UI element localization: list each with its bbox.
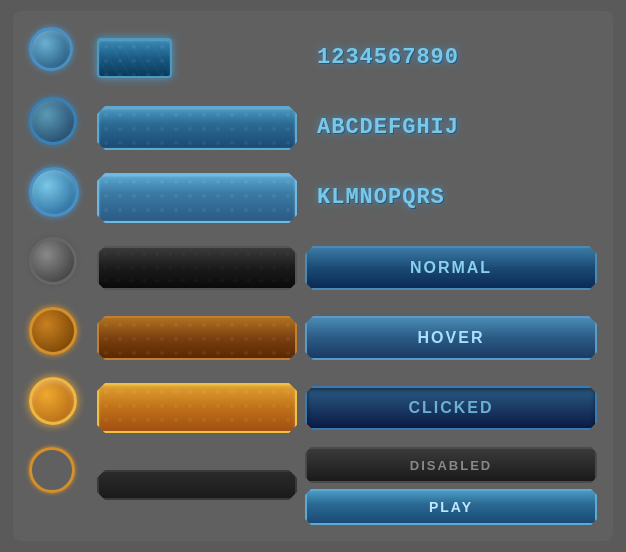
disabled-button: DISABLED bbox=[305, 447, 597, 483]
play-button[interactable]: PLAY bbox=[305, 489, 597, 525]
circle-orange[interactable] bbox=[29, 377, 89, 439]
circle-blue-1[interactable] bbox=[29, 27, 89, 89]
rect-black-wide[interactable] bbox=[97, 237, 297, 299]
circle-blue-3[interactable] bbox=[29, 167, 89, 229]
rect-orange-wide[interactable] bbox=[97, 377, 297, 439]
circle-orange-dark[interactable] bbox=[29, 307, 89, 369]
rect-blue-small-1[interactable] bbox=[97, 27, 177, 89]
font-display-row1: 1234567890 bbox=[305, 27, 597, 89]
button-group-bottom: DISABLED PLAY bbox=[305, 447, 597, 525]
rect-blue-wide-2[interactable] bbox=[97, 167, 297, 229]
rect-orange-dark-wide[interactable] bbox=[97, 307, 297, 369]
font-display-row3: KLMNOPQRS bbox=[305, 167, 597, 229]
font-display-row2: ABCDEFGHIJ bbox=[305, 97, 597, 159]
hover-button[interactable]: HOVER bbox=[305, 307, 597, 369]
circle-gray[interactable] bbox=[29, 237, 89, 299]
main-container: 1234567890 ABCDEFGHIJ KLMNOPQRS NORMAL bbox=[13, 11, 613, 541]
rect-dark-plain-wide[interactable] bbox=[97, 447, 297, 525]
circle-blue-2[interactable] bbox=[29, 97, 89, 159]
circle-orange-outline[interactable] bbox=[29, 447, 89, 525]
normal-button[interactable]: NORMAL bbox=[305, 237, 597, 299]
rect-blue-wide-1[interactable] bbox=[97, 97, 297, 159]
clicked-button[interactable]: CLICKED bbox=[305, 377, 597, 439]
